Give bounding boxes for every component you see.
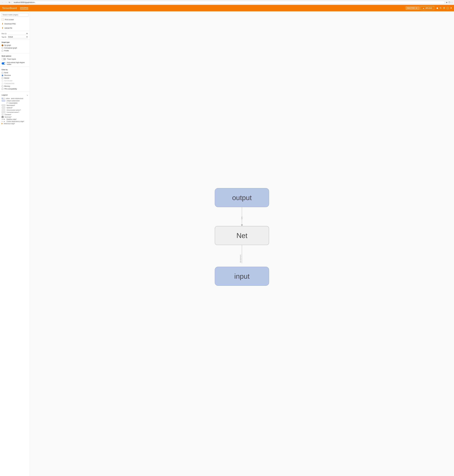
download-icon: ⬇ (2, 22, 3, 25)
fit-to-screen-label: Fit to screen (5, 19, 14, 21)
topbar: TensorBoard GRAPHS INACTIVE ▼ ▲ UPLOAD ◆… (0, 5, 454, 11)
browser-nav[interactable]: ← → ↻ (1, 1, 11, 4)
connected-swatch (2, 111, 5, 113)
settings-icon[interactable]: ⚙ (443, 7, 445, 10)
trace-inputs-label: Trace inputs (7, 58, 16, 60)
legend-summary-row: ▮ Summary² (2, 116, 28, 118)
legend-unique-row: unique substructure (2, 100, 28, 102)
star-icon[interactable]: ★ (446, 1, 448, 4)
legend-constant-row: Constant² (2, 113, 28, 116)
summary-label: Summary² (5, 116, 12, 118)
bookmark-icon[interactable]: ❒ (448, 1, 450, 4)
reference-swatch (2, 123, 3, 124)
sidebar: ⛶ Fit to screen ⬇ Download PNG ⬆ Upload … (0, 11, 30, 476)
legend-namespace-row: Namespace² (2, 104, 28, 107)
constant-label: Constant² (5, 114, 11, 115)
main-layout: ⛶ Fit to screen ⬇ Download PNG ⬆ Upload … (0, 11, 454, 476)
status-label: INACTIVE (407, 7, 415, 9)
output-node[interactable]: output (215, 188, 269, 207)
legend-reference-row: Reference edge² (2, 123, 28, 125)
graph-container: output 1×1 1×3×32×32 Net inpu (213, 188, 270, 299)
svg-text:1×3×32×32: 1×3×32×32 (240, 255, 241, 263)
control-swatch (2, 121, 5, 122)
net-node[interactable]: Net (215, 226, 269, 245)
graph-area[interactable]: output 1×1 1×3×32×32 Net inpu (30, 11, 454, 476)
upload-file-label: Upload file (5, 27, 12, 29)
legend-dataflow-row: Dataflow edge² (2, 118, 28, 120)
upload-label: UPLOAD (425, 7, 432, 9)
legend-section: Legend ⌄ colors same substructure unique… (0, 92, 30, 127)
auto-extract-switch[interactable] (2, 62, 6, 65)
unique-swatch (2, 100, 5, 102)
color-xla-option[interactable]: XLA cluster (2, 80, 28, 82)
fit-icon: ⛶ (2, 18, 4, 21)
legend-expandable-row: (* = expandable) (2, 102, 28, 104)
reload-button[interactable]: ↻ (8, 1, 11, 4)
tag-row: Tag (2) Default (0, 35, 30, 39)
fit-to-screen-action[interactable]: ⛶ Fit to screen (0, 18, 30, 22)
search-input[interactable] (1, 13, 28, 16)
node-options-title: Node options (0, 54, 30, 57)
input-node-label: input (234, 272, 250, 280)
color-structure-option[interactable]: Structure (2, 74, 28, 77)
dataflow-swatch (2, 119, 5, 120)
color-by-group: None Structure Device XLA cluster Comput… (0, 71, 30, 91)
legend-opnode-row: OpNode² (2, 107, 28, 109)
tag-select[interactable]: Default (8, 36, 28, 38)
input-node[interactable]: input (215, 267, 269, 286)
legend-connected-row: Connected series*² (2, 111, 28, 113)
toggle-slider (2, 58, 6, 60)
auto-extract-toggle[interactable]: Auto-extract high-degree nodes (0, 61, 30, 66)
address-bar[interactable]: localhost:6006/#graphs&run=. (12, 1, 445, 4)
upload-icon: ▲ (423, 7, 424, 9)
color-none-option[interactable]: None (2, 71, 28, 74)
legend-collapse-icon: ⌄ (27, 94, 28, 96)
download-png-action[interactable]: ⬇ Download PNG (0, 22, 30, 26)
run-label: Run (1) (2, 33, 7, 34)
menu-icon[interactable]: ⋮ (451, 1, 453, 4)
auto-extract-label: Auto-extract high-degree nodes (7, 62, 28, 65)
forward-button[interactable]: → (5, 1, 8, 4)
color-device-option[interactable]: Device (2, 77, 28, 80)
trace-inputs-switch[interactable] (2, 58, 6, 60)
legend-colors-row: colors same substructure (2, 97, 28, 100)
plugin-icon[interactable]: ◆ (436, 7, 438, 10)
refresh-icon[interactable]: ↻ (440, 7, 442, 10)
run-select[interactable] (8, 32, 28, 35)
back-button[interactable]: ← (1, 1, 4, 4)
opnode-swatch (2, 107, 5, 109)
legend-title: Legend (2, 94, 8, 96)
download-png-label: Download PNG (5, 23, 16, 25)
op-graph-option[interactable]: Op graph (2, 44, 28, 47)
status-dropdown[interactable]: INACTIVE ▼ (406, 7, 419, 10)
browser-bar: ← → ↻ localhost:6006/#graphs&run=. ★ ❒ ⋮ (0, 0, 454, 5)
tag-label: Tag (2) (2, 36, 7, 38)
color-memory-option[interactable]: Memory (2, 85, 28, 88)
chevron-down-icon: ▼ (416, 7, 417, 9)
unique-substructure-label: unique substructure (7, 100, 20, 102)
namespace-label: Namespace² (7, 104, 15, 106)
run-row: Run (1) (0, 32, 30, 35)
color-compute-option[interactable]: Compute time (2, 82, 28, 85)
graphs-tab[interactable]: GRAPHS (20, 7, 29, 9)
legend-header[interactable]: Legend ⌄ (2, 93, 28, 96)
color-tpu-option[interactable]: TPU compatibility (2, 88, 28, 90)
legend-control-row: Control dependency edge² (2, 120, 28, 123)
trace-inputs-toggle[interactable]: Trace inputs (0, 57, 30, 61)
help-icon[interactable]: ⓘ (446, 7, 449, 10)
graph-type-title: Graph type (0, 40, 30, 44)
account-icon[interactable]: ● (450, 7, 452, 10)
summary-swatch: ▮ (2, 116, 4, 118)
unconnected-label: Unconnected series*² (7, 109, 21, 111)
profile-option[interactable]: Profile (2, 49, 28, 52)
output-node-label: output (232, 194, 252, 202)
net-node-label: Net (236, 232, 248, 240)
namespace-swatch (2, 104, 5, 106)
dataflow-label: Dataflow edge² (7, 118, 16, 120)
conceptual-graph-option[interactable]: Conceptual graph (2, 47, 28, 49)
upload-button[interactable]: ▲ UPLOAD (421, 6, 434, 10)
same-substructure-label: same substructure (11, 98, 23, 99)
graph-type-group: Op graph Conceptual graph Profile (0, 44, 30, 52)
auto-extract-slider (2, 62, 6, 65)
upload-file-action[interactable]: ⬆ Upload file (0, 26, 30, 30)
